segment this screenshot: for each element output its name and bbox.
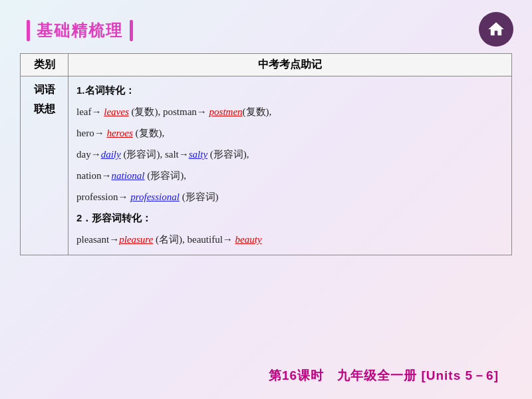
word-national: national <box>112 170 145 181</box>
line6-mid: (名词), beautiful→ <box>153 234 235 245</box>
section-title-text: 基础精梳理 <box>37 20 123 41</box>
word-professional: professional <box>130 192 180 202</box>
title-right-bar <box>130 20 133 41</box>
table-row: 词语联想 1.名词转化： leaf→ leaves (复数), postman→… <box>21 76 512 255</box>
word-heroes: heroes <box>106 128 132 138</box>
title-left-bar <box>27 20 30 41</box>
word-pleasure: pleasure <box>119 234 153 245</box>
type-cell: 词语联想 <box>21 76 68 255</box>
word-daily: daily <box>101 149 121 160</box>
home-icon <box>487 20 505 39</box>
line1-pre: leaf→ <box>76 106 104 117</box>
line3-mid: (形容词), salt→ <box>121 149 189 160</box>
line1-post: (复数), <box>243 106 272 117</box>
col2-header: 中考考点助记 <box>68 54 512 76</box>
line3-pre: day→ <box>76 149 101 160</box>
line2-post: (复数), <box>133 128 165 138</box>
line4-post: (形容词), <box>145 170 187 181</box>
word-beauty: beauty <box>235 234 262 245</box>
line6-pre: pleasant→ <box>76 234 119 245</box>
line1-mid: (复数), postman→ <box>129 106 209 117</box>
col1-header: 类别 <box>21 54 68 76</box>
line5-pre: profession→ <box>76 192 130 202</box>
footer-title: 第16课时 九年级全一册 [Units 5－6] <box>269 367 499 384</box>
line4-pre: nation→ <box>76 170 112 181</box>
line3-post: (形容词), <box>207 149 249 160</box>
section1-label: 1.名词转化： <box>76 84 135 96</box>
word-salty: salty <box>189 149 207 160</box>
word-postmen: postmen <box>209 106 243 117</box>
content-cell: 1.名词转化： leaf→ leaves (复数), postman→ post… <box>68 76 512 255</box>
section2-label: 2．形容词转化： <box>76 212 152 223</box>
line2-pre: hero→ <box>76 128 106 138</box>
word-leaves: leaves <box>104 106 128 117</box>
home-button[interactable] <box>479 12 513 47</box>
line5-post: (形容词) <box>180 192 219 202</box>
section-title-bar: 基础精梳理 <box>27 20 505 41</box>
main-table: 类别 中考考点助记 词语联想 1.名词转化： leaf→ leaves (复数)… <box>20 53 512 255</box>
